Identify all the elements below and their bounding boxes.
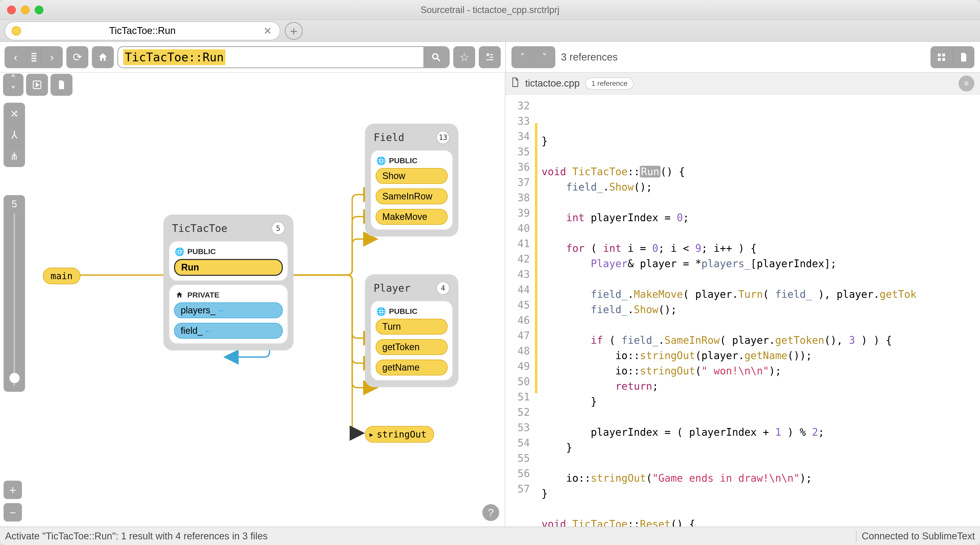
- file-header[interactable]: tictactoe.cpp 1 reference ≡: [505, 73, 980, 94]
- method-show[interactable]: Show: [375, 168, 448, 184]
- inbound-arrow-icon: ←: [204, 326, 213, 336]
- section-public: 🌐PUBLIC Show SameInRow MakeMove: [371, 150, 453, 230]
- graph-panel[interactable]: ˄ ˅ ⤨ ⅄ ⋔ 5 ＋ －: [0, 73, 505, 527]
- file-reference-badge: 1 reference: [585, 77, 634, 90]
- code-lines[interactable]: } void TicTacToe::Run() { field_.Show();…: [535, 94, 980, 527]
- member-field[interactable]: field_←: [174, 323, 283, 339]
- method-getname[interactable]: getName: [375, 360, 448, 375]
- member-players[interactable]: players_←: [174, 303, 283, 318]
- class-title: Player: [374, 282, 410, 294]
- file-icon: [511, 77, 520, 90]
- add-tab-button[interactable]: ＋: [285, 22, 303, 40]
- class-title: TicTacToe: [172, 222, 228, 234]
- code-panel: tictactoe.cpp 1 reference ≡ 323334353637…: [505, 73, 980, 527]
- svg-point-0: [433, 54, 438, 59]
- status-message: Activate "TicTacToe::Run": 1 result with…: [5, 531, 268, 542]
- toolbar: ‹ › ⟳ TicTacToe::Run ☆: [0, 42, 980, 73]
- line-number-gutter: 3233343536373839404142434445464748495051…: [505, 94, 535, 527]
- method-run[interactable]: Run: [174, 259, 283, 276]
- home-button[interactable]: [92, 46, 114, 68]
- code-view[interactable]: 3233343536373839404142434445464748495051…: [505, 94, 980, 527]
- nav-group: ‹ ›: [5, 46, 63, 68]
- view-mode-toggle: [931, 46, 974, 68]
- search-bar[interactable]: TicTacToe::Run: [118, 46, 450, 68]
- refresh-button[interactable]: ⟳: [66, 46, 88, 68]
- svg-rect-2: [942, 53, 945, 56]
- node-label: stringOut: [377, 429, 426, 440]
- file-menu-button[interactable]: ≡: [959, 76, 974, 91]
- class-badge[interactable]: 5: [272, 222, 285, 235]
- file-name: tictactoe.cpp: [525, 78, 579, 89]
- method-sameinrow[interactable]: SameInRow: [375, 188, 448, 204]
- titlebar[interactable]: Sourcetrail - tictactoe_cpp.srctrlprj: [0, 0, 980, 20]
- globe-icon: 🌐: [175, 247, 184, 256]
- method-makemove[interactable]: MakeMove: [375, 209, 448, 225]
- app-window: Sourcetrail - tictactoe_cpp.srctrlprj Ti…: [0, 0, 980, 545]
- snippet-mode-button[interactable]: [931, 46, 953, 68]
- history-button[interactable]: [27, 46, 41, 68]
- single-file-mode-button[interactable]: [953, 46, 974, 68]
- class-tictactoe[interactable]: TicTacToe 5 🌐PUBLIC Run PRIVATE players_…: [163, 215, 293, 351]
- bookmark-button[interactable]: ☆: [453, 46, 475, 68]
- status-bar: Activate "TicTacToe::Run": 1 result with…: [0, 527, 980, 545]
- inbound-arrow-icon: ←: [217, 306, 226, 316]
- graph-toolbar: ‹ › ⟳ TicTacToe::Run ☆: [0, 42, 505, 72]
- next-reference-button[interactable]: ˅: [533, 46, 555, 68]
- back-button[interactable]: ‹: [5, 46, 27, 68]
- window-title: Sourcetrail - tictactoe_cpp.srctrlprj: [0, 5, 980, 15]
- play-icon: ▸: [369, 429, 374, 440]
- tab-label: TicTacToe::Run: [109, 25, 176, 36]
- class-field[interactable]: Field 13 🌐PUBLIC Show SameInRow MakeMove: [365, 124, 458, 236]
- editor-connection-status: Connected to SublimeText: [856, 531, 975, 542]
- home-icon: [175, 291, 184, 299]
- class-title: Field: [374, 132, 404, 143]
- tab-tictactoe-run[interactable]: TicTacToe::Run ✕: [5, 21, 280, 40]
- method-gettoken[interactable]: getToken: [375, 339, 448, 355]
- class-badge[interactable]: 13: [436, 131, 450, 144]
- search-button[interactable]: [423, 47, 449, 67]
- section-public: 🌐PUBLIC Run: [169, 241, 288, 281]
- method-turn[interactable]: Turn: [375, 319, 448, 335]
- svg-rect-1: [938, 53, 941, 56]
- section-public: 🌐PUBLIC Turn getToken getName: [371, 301, 453, 381]
- bookmarks-list-button[interactable]: [479, 46, 501, 68]
- globe-icon: 🌐: [377, 307, 385, 316]
- svg-rect-4: [942, 58, 945, 61]
- reference-count: 3 references: [561, 51, 617, 63]
- tabbar: TicTacToe::Run ✕ ＋: [0, 20, 980, 42]
- tab-symbol-icon: [12, 26, 21, 35]
- reference-nav: ˄ ˅: [511, 46, 555, 68]
- svg-rect-3: [938, 58, 941, 61]
- close-tab-icon[interactable]: ✕: [263, 25, 272, 37]
- graph-canvas[interactable]: main TicTacToe 5 🌐PUBLIC Run PRIVATE pla…: [0, 73, 505, 527]
- node-main[interactable]: main: [43, 268, 80, 284]
- highlight-range-indicator: [535, 123, 538, 393]
- search-input[interactable]: TicTacToe::Run: [118, 47, 423, 67]
- class-badge[interactable]: 4: [436, 281, 450, 295]
- section-private: PRIVATE players_← field_←: [169, 285, 288, 344]
- globe-icon: 🌐: [377, 156, 385, 165]
- code-toolbar: ˄ ˅ 3 references: [505, 42, 980, 72]
- body: ˄ ˅ ⤨ ⅄ ⋔ 5 ＋ －: [0, 73, 980, 527]
- class-player[interactable]: Player 4 🌐PUBLIC Turn getToken getName: [365, 274, 458, 387]
- prev-reference-button[interactable]: ˄: [511, 46, 533, 68]
- node-label: main: [43, 268, 80, 284]
- forward-button[interactable]: ›: [41, 46, 63, 68]
- function-stringout[interactable]: ▸ stringOut: [365, 426, 434, 443]
